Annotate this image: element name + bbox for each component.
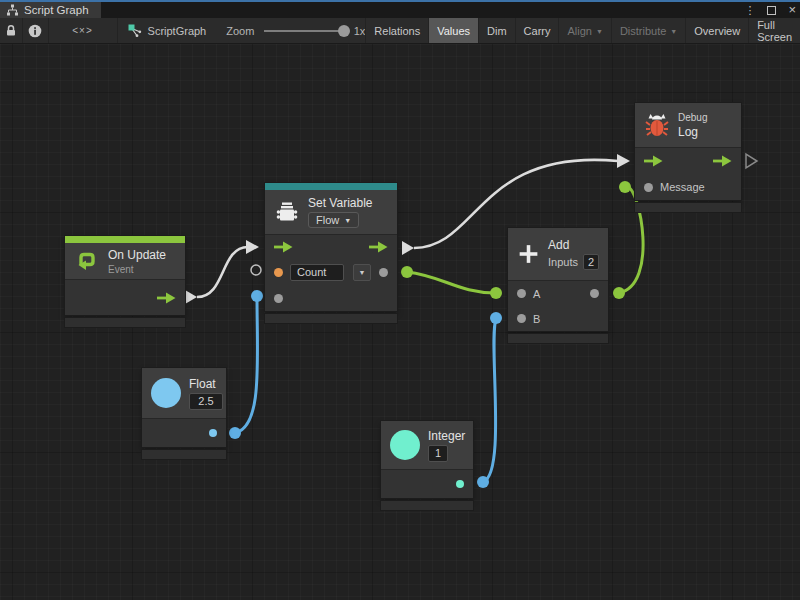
carry-button[interactable]: Carry bbox=[515, 18, 559, 43]
node-title: On Update bbox=[108, 248, 166, 262]
graph-name-label: ScriptGraph bbox=[148, 25, 207, 37]
input-a-port[interactable] bbox=[517, 289, 526, 298]
node-title: Integer bbox=[428, 429, 465, 443]
graph-toolbar: <×> ScriptGraph Zoom 1x Relations Values… bbox=[0, 18, 800, 44]
chevron-down-icon: ▼ bbox=[359, 269, 366, 276]
hierarchy-icon bbox=[6, 4, 19, 16]
node-on-update[interactable]: On Update Event bbox=[65, 236, 185, 327]
maximize-icon[interactable] bbox=[767, 6, 776, 15]
zoom-label: Zoom bbox=[226, 25, 254, 37]
node-subtitle: Event bbox=[108, 264, 166, 275]
node-footer bbox=[142, 450, 226, 459]
graph-icon bbox=[128, 24, 142, 38]
graph-breadcrumb[interactable]: ScriptGraph bbox=[118, 18, 207, 43]
port-label-a: A bbox=[533, 288, 540, 300]
flow-output-port[interactable] bbox=[157, 292, 176, 304]
close-icon[interactable]: × bbox=[788, 2, 796, 18]
inputs-label: Inputs bbox=[548, 256, 578, 268]
value-input-port[interactable] bbox=[274, 294, 283, 303]
chevron-down-icon: ▼ bbox=[344, 217, 351, 224]
flow-input-port[interactable] bbox=[644, 155, 663, 167]
node-footer bbox=[508, 334, 608, 343]
tab-bar: Script Graph bbox=[0, 2, 800, 18]
message-input-port[interactable] bbox=[644, 183, 653, 192]
dim-button[interactable]: Dim bbox=[478, 18, 515, 43]
overview-button[interactable]: Overview bbox=[685, 18, 748, 43]
node-category: Debug bbox=[678, 112, 707, 123]
node-add[interactable]: Add Inputs 2 A B bbox=[508, 228, 608, 343]
node-footer bbox=[381, 501, 473, 510]
inspect-button[interactable] bbox=[23, 18, 48, 43]
node-title: Set Variable bbox=[308, 196, 372, 210]
align-button: Align▼ bbox=[558, 18, 610, 43]
integer-value-field[interactable]: 1 bbox=[428, 445, 448, 462]
variable-name-field[interactable]: Count bbox=[290, 264, 344, 281]
node-title: Log bbox=[678, 125, 707, 139]
float-output-port[interactable] bbox=[209, 429, 217, 437]
edit-graph-button[interactable]: <×> bbox=[49, 18, 118, 43]
float-value-field[interactable]: 2.5 bbox=[189, 393, 223, 410]
value-output-port[interactable] bbox=[379, 268, 388, 277]
tab-title: Script Graph bbox=[24, 4, 89, 16]
variable-accent-bar bbox=[265, 183, 397, 190]
node-integer[interactable]: Integer 1 bbox=[381, 421, 473, 510]
node-footer bbox=[265, 314, 397, 323]
window-menu-icon[interactable]: ⋮ bbox=[744, 2, 755, 18]
toolbar-toggles: Relations Values Dim Carry Align▼ Distri… bbox=[365, 18, 800, 43]
node-float[interactable]: Float 2.5 bbox=[142, 368, 226, 459]
variable-picker-dropdown[interactable]: ▼ bbox=[353, 264, 371, 281]
input-b-port[interactable] bbox=[517, 314, 526, 323]
node-title: Add bbox=[548, 238, 599, 252]
bug-icon bbox=[644, 112, 670, 138]
flow-output-port[interactable] bbox=[369, 241, 388, 253]
node-set-variable[interactable]: Set Variable Flow▼ Count bbox=[265, 183, 397, 323]
variable-scope-dropdown[interactable]: Flow▼ bbox=[308, 212, 359, 228]
plus-icon bbox=[517, 241, 540, 267]
node-footer bbox=[65, 318, 185, 327]
lock-icon bbox=[5, 24, 17, 37]
lock-button[interactable] bbox=[0, 18, 23, 43]
relations-button[interactable]: Relations bbox=[365, 18, 428, 43]
zoom-slider[interactable] bbox=[264, 30, 346, 32]
node-title: Float bbox=[189, 377, 223, 391]
fullscreen-button[interactable]: Full Screen bbox=[748, 18, 800, 43]
sum-output-port[interactable] bbox=[590, 289, 599, 298]
node-debug-log[interactable]: Debug Log Message bbox=[635, 103, 741, 212]
variable-icon bbox=[274, 199, 300, 225]
message-label: Message bbox=[660, 181, 705, 193]
script-graph-window: Script Graph ⋮ × <×> bbox=[0, 0, 800, 600]
code-icon: <×> bbox=[72, 25, 93, 36]
chevron-down-icon: ▼ bbox=[670, 28, 677, 35]
values-button[interactable]: Values bbox=[428, 18, 478, 43]
variable-name-port[interactable] bbox=[274, 268, 283, 277]
distribute-button: Distribute▼ bbox=[611, 18, 685, 43]
flow-input-port[interactable] bbox=[274, 241, 293, 253]
float-type-icon bbox=[151, 378, 181, 408]
integer-type-icon bbox=[390, 430, 420, 460]
inputs-count-field[interactable]: 2 bbox=[583, 254, 599, 270]
zoom-value: 1x bbox=[354, 25, 366, 37]
window-controls: ⋮ × bbox=[744, 2, 796, 18]
port-label-b: B bbox=[533, 313, 540, 325]
integer-output-port[interactable] bbox=[456, 480, 464, 488]
update-loop-icon bbox=[74, 248, 100, 274]
info-icon bbox=[28, 24, 42, 38]
flow-output-port[interactable] bbox=[713, 155, 732, 167]
chevron-down-icon: ▼ bbox=[596, 28, 603, 35]
zoom-slider-handle[interactable] bbox=[338, 25, 350, 37]
event-accent-bar bbox=[65, 236, 185, 243]
tab-script-graph[interactable]: Script Graph bbox=[0, 2, 101, 18]
node-footer bbox=[635, 203, 741, 212]
